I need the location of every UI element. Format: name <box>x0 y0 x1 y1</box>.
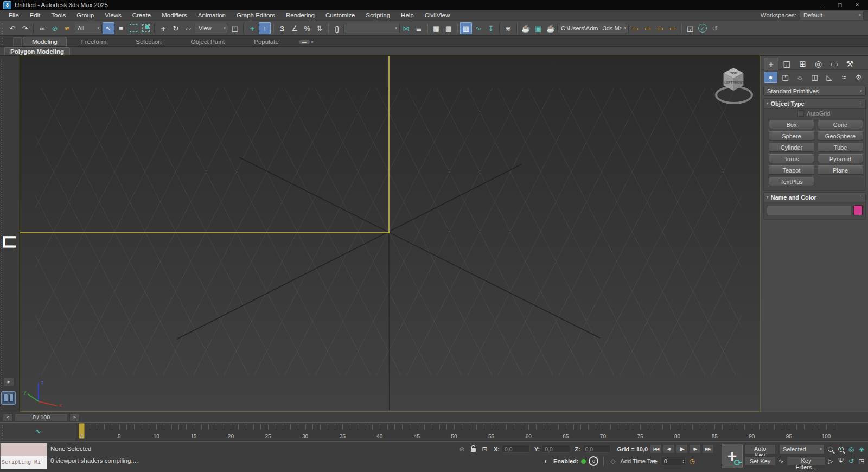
listener-script-row[interactable]: Scripting Mi <box>1 456 47 469</box>
ribbon-tab-object-paint[interactable]: Object Paint <box>176 37 240 46</box>
time-configuration-button[interactable]: ◷ <box>687 456 697 465</box>
cone-button[interactable]: Cone <box>818 120 863 129</box>
next-frame-step-button[interactable]: > <box>69 413 80 422</box>
auto-key-button[interactable]: Auto Key <box>744 444 776 454</box>
listener-macro-row[interactable] <box>1 443 47 456</box>
menu-group[interactable]: Group <box>71 10 99 21</box>
key-mode-dropdown[interactable]: Selected ▾ <box>779 444 825 454</box>
select-and-link-icon[interactable]: ∞ <box>36 22 48 34</box>
previous-frame-step-button[interactable]: < <box>3 413 13 422</box>
autogrid-checkbox[interactable] <box>797 110 804 117</box>
select-and-rotate-icon[interactable]: ↻ <box>170 22 182 34</box>
lights-category-icon[interactable]: ☼ <box>793 72 807 83</box>
minimize-button[interactable]: ─ <box>815 1 830 9</box>
autobackup-status-icon[interactable]: ✓ <box>698 24 707 33</box>
curve-editor-icon[interactable]: ∿ <box>473 22 484 34</box>
object-type-rollout-header[interactable]: ▾ Object Type ⋮ <box>764 99 865 109</box>
reference-coordinate-system-dropdown[interactable]: View▾ <box>195 24 228 33</box>
go-to-end-button[interactable]: ▶▶| <box>702 444 714 454</box>
open-mini-curve-editor-button[interactable]: ∿ <box>26 425 50 437</box>
viewport-layout-button[interactable] <box>1 391 16 405</box>
spinner-snap-toggle-icon[interactable]: ⇅ <box>314 22 326 34</box>
zoom-region-icon[interactable]: ▷ <box>826 456 835 466</box>
modify-tab-icon[interactable]: ◱ <box>780 58 794 70</box>
frame-spinner[interactable]: ▴ ▾ <box>682 459 684 463</box>
play-animation-button[interactable]: ▶ <box>676 444 688 454</box>
selection-filter-dropdown[interactable]: All▾ <box>74 24 102 33</box>
default-tangents-icon[interactable]: ∿ <box>777 457 785 465</box>
standard-primitives-dropdown[interactable]: Standard Primitives ▾ <box>763 86 866 96</box>
toggle-scene-explorer-icon[interactable]: ▦ <box>430 22 442 34</box>
object-name-field[interactable] <box>767 206 851 215</box>
perspective-viewport[interactable]: TOP LEFT FRONT z y x <box>20 56 761 412</box>
polygon-modeling-panel-tab[interactable]: Polygon Modeling <box>4 47 70 55</box>
maximize-viewport-toggle-icon[interactable]: ◳ <box>857 456 866 466</box>
helpers-category-icon[interactable]: ◺ <box>822 72 836 83</box>
textplus-button[interactable]: TextPlus <box>769 177 814 186</box>
menu-civilview[interactable]: CivilView <box>419 10 455 21</box>
sphere-button[interactable]: Sphere <box>769 131 814 141</box>
edit-named-selection-sets-icon[interactable]: {} <box>331 22 343 34</box>
torus-button[interactable]: Torus <box>769 154 814 163</box>
select-by-name-icon[interactable]: ≡ <box>115 22 127 34</box>
box-button[interactable]: Box <box>769 120 814 129</box>
redo-icon[interactable]: ↷ <box>19 22 31 34</box>
object-color-swatch[interactable] <box>853 205 863 215</box>
teapot-button[interactable]: Teapot <box>769 165 814 175</box>
render-production-icon[interactable]: ☕ <box>545 22 557 34</box>
go-to-start-button[interactable]: |◀◀ <box>650 444 662 454</box>
viewport-layout-tab-icon[interactable]: ⊏ <box>1 228 17 256</box>
systems-category-icon[interactable]: ⚙ <box>852 72 865 83</box>
menu-edit[interactable]: Edit <box>24 10 46 21</box>
isolate-selection-toggle-icon[interactable]: ⊘ <box>457 444 467 454</box>
viewcube-cube[interactable]: TOP LEFT FRONT <box>723 67 744 91</box>
rendered-frame-window-icon[interactable]: ▣ <box>532 22 544 34</box>
project-folder-dropdown[interactable]: C:\Users\Adm...3ds Max 2025▾ <box>557 24 629 33</box>
ribbon-tab-selection[interactable]: Selection <box>121 37 176 46</box>
select-and-uniform-scale-icon[interactable]: ▱ <box>182 22 194 34</box>
key-filters-button[interactable]: Key Filters... <box>787 456 826 466</box>
cameras-category-icon[interactable]: ◫ <box>808 72 821 83</box>
select-and-manipulate-icon[interactable]: + <box>246 22 258 34</box>
undo-icon[interactable]: ↶ <box>7 22 18 34</box>
select-object-icon[interactable]: ↖ <box>103 22 114 34</box>
pyramid-button[interactable]: Pyramid <box>818 154 863 163</box>
timeline-ruler[interactable]: 0 05101520253035404550556065707580859095… <box>76 423 868 441</box>
ribbon-tab-modeling[interactable]: Modeling <box>23 37 67 46</box>
space-warps-category-icon[interactable]: ≈ <box>837 72 851 83</box>
bind-to-space-warp-icon[interactable]: ≋ <box>61 22 73 34</box>
save-with-autobackup-icon[interactable]: ◲ <box>684 22 696 34</box>
previous-frame-button[interactable]: ◀‖ <box>663 444 675 454</box>
use-pivot-point-center-icon[interactable]: ◳ <box>229 22 241 34</box>
absolute-mode-transform-icon[interactable]: ⊡ <box>480 444 489 454</box>
utilities-tab-icon[interactable]: ⚒ <box>843 58 857 70</box>
tube-button[interactable]: Tube <box>818 143 863 152</box>
render-setup-icon[interactable]: ☕ <box>520 22 532 34</box>
create-tab-icon[interactable]: + <box>764 58 778 70</box>
toggle-layer-explorer-icon[interactable]: ▤ <box>443 22 455 34</box>
menu-scripting[interactable]: Scripting <box>360 10 395 21</box>
angle-snap-toggle-icon[interactable]: ∠ <box>289 22 301 34</box>
geometry-category-icon[interactable]: ● <box>764 72 777 83</box>
viewcube[interactable]: TOP LEFT FRONT <box>714 66 752 105</box>
pan-view-icon[interactable]: Ψ <box>836 456 846 466</box>
menu-graph-editors[interactable]: Graph Editors <box>231 10 280 21</box>
percent-snap-toggle-icon[interactable]: % <box>301 22 313 34</box>
unlink-selection-icon[interactable]: ⊘ <box>49 22 61 34</box>
material-editor-icon[interactable]: ⋇ <box>502 22 514 34</box>
keyboard-shortcut-override-icon[interactable]: ↑ <box>259 22 271 34</box>
project-folder-settings-icon[interactable]: ▭ <box>629 22 641 34</box>
zoom-all-icon[interactable] <box>836 444 846 454</box>
set-keys-button[interactable]: + <box>722 444 743 468</box>
undo-history-icon[interactable]: ↺ <box>709 22 721 34</box>
maxscript-mini-listener[interactable]: Scripting Mi <box>0 443 47 469</box>
schematic-view-icon[interactable]: ↧ <box>485 22 497 34</box>
set-key-button[interactable]: Set Key <box>744 456 776 466</box>
next-frame-button[interactable]: ‖▶ <box>689 444 701 454</box>
zoom-extents-icon[interactable]: ◎ <box>846 444 856 454</box>
ribbon-minimize-button[interactable]: ▬ ▾ <box>299 40 314 44</box>
project-folder-new-icon[interactable]: ▭ <box>642 22 654 34</box>
named-selection-sets-dropdown[interactable]: ▾ <box>343 24 400 33</box>
snaps-toggle-icon[interactable]: 3 <box>276 22 288 34</box>
expand-tab-bar-button[interactable]: ▶ <box>4 377 14 386</box>
